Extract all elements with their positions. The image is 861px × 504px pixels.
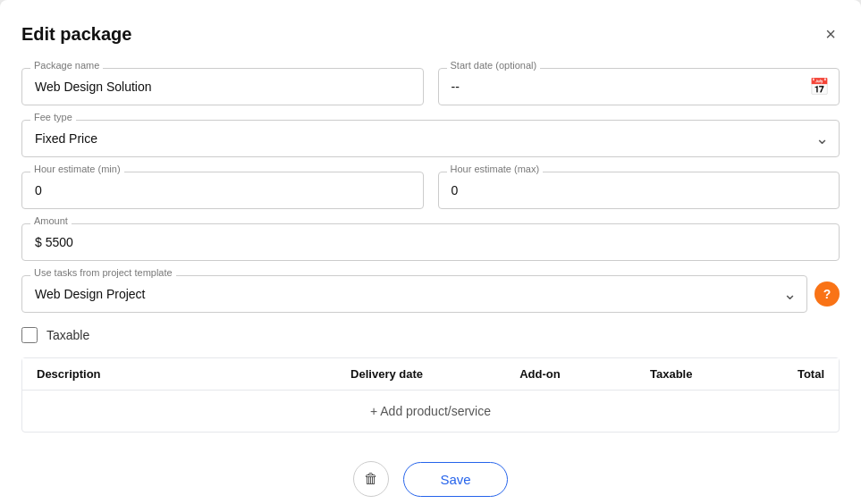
hour-min-label: Hour estimate (min) bbox=[30, 164, 124, 174]
template-field: Use tasks from project template Web Desi… bbox=[21, 275, 807, 313]
amount-input[interactable] bbox=[21, 223, 840, 261]
add-product-row: + Add product/service bbox=[22, 391, 839, 432]
start-date-field: Start date (optional) 📅 bbox=[438, 68, 840, 105]
modal-header: Edit package × bbox=[21, 21, 840, 46]
col-header-taxable: Taxable bbox=[605, 367, 737, 381]
amount-label: Amount bbox=[30, 215, 72, 226]
row-package-name-start-date: Package name Start date (optional) 📅 bbox=[21, 68, 840, 105]
col-header-addon: Add-on bbox=[474, 367, 605, 381]
products-table: Description Delivery date Add-on Taxable… bbox=[21, 357, 840, 433]
start-date-input[interactable] bbox=[438, 68, 840, 105]
hour-min-input[interactable] bbox=[21, 172, 424, 209]
row-fee-type: Fee type Fixed Price Hourly Retainer ⌄ bbox=[21, 120, 840, 157]
table-header: Description Delivery date Add-on Taxable… bbox=[22, 358, 839, 391]
package-name-input[interactable] bbox=[21, 68, 424, 105]
hour-max-input[interactable] bbox=[438, 172, 840, 209]
package-name-label: Package name bbox=[30, 60, 103, 71]
fee-type-select[interactable]: Fixed Price Hourly Retainer bbox=[21, 120, 840, 157]
template-select-wrapper: Web Design Project None ⌄ bbox=[21, 275, 807, 313]
row-amount: Amount bbox=[21, 223, 840, 261]
hour-max-label: Hour estimate (max) bbox=[447, 164, 544, 174]
hour-max-field: Hour estimate (max) bbox=[438, 172, 840, 209]
fee-type-label: Fee type bbox=[30, 112, 76, 122]
taxable-checkbox[interactable] bbox=[21, 327, 38, 343]
col-header-description: Description bbox=[37, 367, 300, 381]
taxable-label: Taxable bbox=[46, 328, 89, 342]
col-header-total: Total bbox=[737, 367, 824, 381]
trash-icon: 🗑 bbox=[364, 471, 378, 487]
save-button[interactable]: Save bbox=[403, 462, 507, 497]
fee-type-select-wrapper: Fixed Price Hourly Retainer ⌄ bbox=[21, 120, 840, 157]
delete-button[interactable]: 🗑 bbox=[353, 461, 389, 497]
fee-type-field: Fee type Fixed Price Hourly Retainer ⌄ bbox=[21, 120, 840, 157]
modal-footer: 🗑 Save bbox=[21, 454, 840, 497]
row-template: Use tasks from project template Web Desi… bbox=[21, 275, 840, 313]
package-name-field: Package name bbox=[21, 68, 424, 105]
help-icon[interactable]: ? bbox=[815, 281, 840, 307]
taxable-row: Taxable bbox=[21, 327, 840, 343]
template-label: Use tasks from project template bbox=[30, 267, 176, 278]
col-header-delivery-date: Delivery date bbox=[300, 367, 475, 381]
template-select[interactable]: Web Design Project None bbox=[21, 275, 807, 313]
amount-field: Amount bbox=[21, 223, 840, 261]
modal-title: Edit package bbox=[21, 24, 131, 45]
start-date-label: Start date (optional) bbox=[447, 60, 541, 71]
hour-min-field: Hour estimate (min) bbox=[21, 172, 424, 209]
edit-package-modal: Edit package × Package name Start date (… bbox=[0, 0, 861, 504]
close-button[interactable]: × bbox=[822, 21, 840, 46]
add-product-button[interactable]: + Add product/service bbox=[370, 404, 491, 418]
row-hour-estimates: Hour estimate (min) Hour estimate (max) bbox=[21, 172, 840, 209]
